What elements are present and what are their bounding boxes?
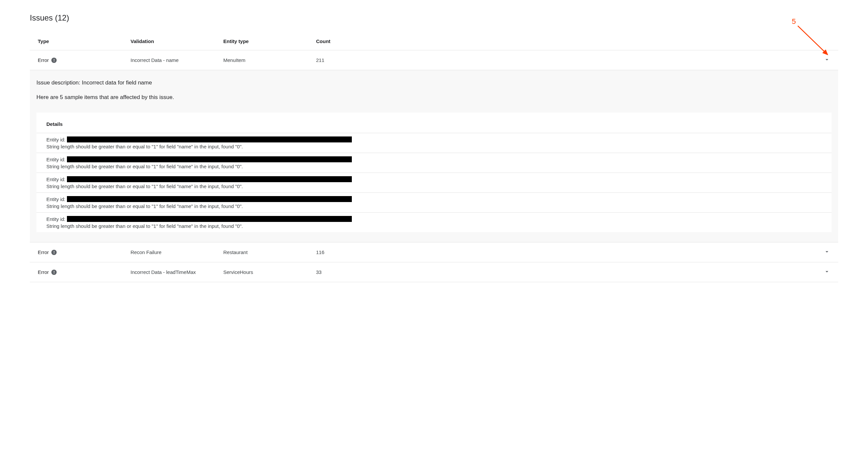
validation-cell: Recon Failure <box>130 249 223 255</box>
column-header-count: Count <box>316 38 810 44</box>
entity-id-label: Entity id: <box>46 157 66 162</box>
count-cell: 33 <box>316 269 810 275</box>
detail-message: String length should be greater than or … <box>46 223 822 229</box>
detail-item: Entity id: String length should be great… <box>36 212 832 232</box>
detail-message: String length should be greater than or … <box>46 203 822 209</box>
entity-id-label: Entity id: <box>46 196 66 202</box>
expanded-panel: Issue description: Incorrect data for fi… <box>30 70 838 243</box>
error-icon: ! <box>51 250 57 255</box>
table-header-row: Type Validation Entity type Count <box>30 32 838 50</box>
column-header-entity-type: Entity type <box>223 38 316 44</box>
chevron-down-icon[interactable] <box>824 270 830 276</box>
redacted-entity-id <box>67 136 352 143</box>
error-icon: ! <box>51 270 57 275</box>
entity-type-cell: Restaurant <box>223 249 316 255</box>
type-cell: Error ! <box>38 249 130 255</box>
table-row[interactable]: Error ! Recon Failure Restaurant 116 <box>30 243 838 262</box>
redacted-entity-id <box>67 196 352 202</box>
table-row[interactable]: Error ! Incorrect Data - leadTimeMax Ser… <box>30 262 838 282</box>
details-card: Details Entity id: String length should … <box>36 113 832 232</box>
detail-item: Entity id: String length should be great… <box>36 133 832 153</box>
redacted-entity-id <box>67 216 352 222</box>
table-row[interactable]: Error ! Incorrect Data - name MenuItem 2… <box>30 50 838 70</box>
validation-cell: Incorrect Data - leadTimeMax <box>130 269 223 275</box>
validation-cell: Incorrect Data - name <box>130 57 223 63</box>
detail-item: Entity id: String length should be great… <box>36 153 832 172</box>
count-cell: 116 <box>316 249 810 255</box>
entity-type-cell: ServiceHours <box>223 269 316 275</box>
type-cell: Error ! <box>38 57 130 63</box>
error-icon: ! <box>51 58 57 63</box>
detail-message: String length should be greater than or … <box>46 164 822 169</box>
count-cell: 211 <box>316 57 810 63</box>
detail-item: Entity id: String length should be great… <box>36 192 832 212</box>
entity-id-label: Entity id: <box>46 216 66 222</box>
chevron-down-icon[interactable] <box>824 250 830 256</box>
entity-type-cell: MenuItem <box>223 57 316 63</box>
detail-item: Entity id: String length should be great… <box>36 172 832 192</box>
issue-description: Issue description: Incorrect data for fi… <box>36 80 832 86</box>
redacted-entity-id <box>67 176 352 182</box>
type-label: Error <box>38 249 49 255</box>
column-header-validation: Validation <box>130 38 223 44</box>
sample-items-text: Here are 5 sample items that are affecte… <box>36 94 832 101</box>
entity-id-label: Entity id: <box>46 177 66 182</box>
detail-message: String length should be greater than or … <box>46 144 822 149</box>
entity-id-label: Entity id: <box>46 137 66 143</box>
type-label: Error <box>38 269 49 275</box>
chevron-down-icon[interactable] <box>824 58 830 64</box>
detail-message: String length should be greater than or … <box>46 184 822 189</box>
type-label: Error <box>38 57 49 63</box>
type-cell: Error ! <box>38 269 130 275</box>
details-heading: Details <box>36 121 832 133</box>
issues-table: Type Validation Entity type Count Error … <box>30 32 838 282</box>
redacted-entity-id <box>67 156 352 162</box>
page-title: Issues (12) <box>30 13 838 23</box>
column-header-type: Type <box>38 38 130 44</box>
